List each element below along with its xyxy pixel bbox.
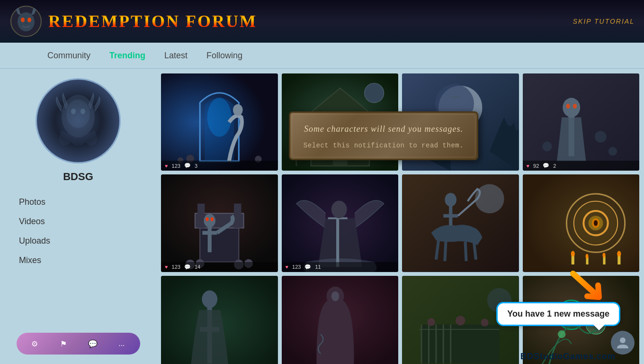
svg-point-29 — [542, 142, 552, 152]
svg-point-28 — [595, 131, 607, 143]
heart-icon-4: ♥ — [527, 163, 530, 169]
svg-point-67 — [331, 291, 339, 301]
header: Redemption Forum Skip Tutorial — [0, 0, 644, 43]
new-message-bubble[interactable]: You have 1 new message — [496, 302, 620, 326]
svg-point-30 — [608, 147, 617, 155]
svg-point-7 — [80, 109, 85, 114]
grid-item-7[interactable] — [402, 174, 519, 272]
svg-point-27 — [572, 104, 576, 109]
svg-point-71 — [456, 316, 465, 326]
tooltip-main-text: Some characters will send you messages. — [302, 122, 465, 136]
logo-area: Redemption Forum — [9, 5, 257, 38]
heart-icon-5: ♥ — [165, 264, 168, 270]
tooltip-sub-text: Select this notification to read them. — [302, 142, 465, 149]
heart-icon-1: ♥ — [165, 163, 168, 169]
svg-point-72 — [481, 318, 488, 326]
skip-tutorial-button[interactable]: Skip Tutorial — [573, 18, 635, 25]
svg-point-9 — [207, 98, 232, 136]
svg-point-6 — [71, 109, 76, 114]
svg-point-59 — [571, 251, 574, 257]
grid-item-8[interactable] — [523, 174, 640, 272]
gear-button[interactable]: ⚙ — [27, 337, 42, 351]
grid-item-1[interactable]: ♥ 123 💬 3 — [161, 73, 278, 171]
comment-icon-5: 💬 — [184, 264, 191, 270]
tooltip-box: Some characters will send you messages. … — [289, 111, 478, 160]
content-area: ♥ 123 💬 3 — [156, 69, 644, 364]
comment-icon-1: 💬 — [184, 163, 191, 169]
svg-point-25 — [563, 98, 580, 117]
heart-icon-6: ♥ — [286, 264, 289, 270]
svg-rect-35 — [234, 204, 241, 228]
grid-item-footer-4: ♥ 92 💬 2 — [523, 161, 640, 171]
logo-icon — [9, 5, 43, 38]
tooltip-overlay: Some characters will send you messages. … — [289, 111, 478, 160]
likes-count-1: 123 — [172, 163, 180, 169]
sidebar-mixes[interactable]: Mixes — [9, 251, 147, 270]
svg-point-44 — [331, 201, 347, 218]
avatar — [36, 78, 121, 164]
svg-point-79 — [620, 337, 626, 343]
svg-rect-45 — [402, 174, 519, 272]
grid-item-6[interactable]: ♥ 123 💬 11 — [282, 174, 399, 272]
sidebar-videos[interactable]: Videos — [9, 212, 147, 231]
comment-icon-6: 💬 — [304, 264, 311, 270]
sidebar-uploads[interactable]: Uploads — [9, 231, 147, 251]
svg-rect-34 — [197, 204, 205, 228]
likes-count-6: 123 — [292, 264, 301, 270]
grid-item-9[interactable] — [161, 276, 278, 364]
svg-point-20 — [364, 83, 384, 103]
svg-rect-69 — [421, 325, 499, 364]
flag-button[interactable]: ⚑ — [56, 337, 71, 351]
grid-item-5[interactable]: ♥ 123 💬 14 — [161, 174, 278, 272]
svg-point-26 — [566, 104, 570, 109]
grid-item-10[interactable] — [282, 276, 399, 364]
comment-icon-4: 💬 — [543, 163, 549, 169]
username-label: BDSG — [63, 171, 93, 183]
svg-point-3 — [27, 18, 31, 22]
svg-point-54 — [593, 220, 597, 226]
svg-point-10 — [233, 104, 243, 116]
svg-point-37 — [206, 218, 208, 221]
svg-point-60 — [585, 254, 588, 259]
svg-point-77 — [557, 330, 565, 338]
svg-point-64 — [202, 291, 217, 308]
svg-point-38 — [211, 218, 214, 221]
nav-trending[interactable]: Trending — [109, 48, 145, 63]
sidebar: BDSG Photos Videos Uploads Mixes ⚙ ⚑ 💬 .… — [0, 69, 156, 364]
main-content: BDSG Photos Videos Uploads Mixes ⚙ ⚑ 💬 .… — [0, 69, 644, 364]
svg-point-2 — [21, 18, 25, 22]
person-icon — [616, 336, 629, 349]
ghost-avatar-icon — [45, 88, 111, 154]
more-button[interactable]: ... — [115, 337, 129, 351]
comments-count-4: 2 — [553, 163, 556, 169]
new-message-area: You have 1 new message — [496, 269, 620, 326]
likes-count-5: 123 — [172, 264, 180, 270]
nav-latest[interactable]: Latest — [164, 48, 188, 63]
svg-point-36 — [204, 214, 215, 228]
sidebar-action-bar: ⚙ ⚑ 💬 ... — [17, 333, 140, 355]
comments-count-6: 11 — [315, 264, 321, 270]
nav-bar: Community Trending Latest Following — [0, 43, 644, 69]
likes-count-4: 92 — [533, 163, 539, 169]
comment-button[interactable]: 💬 — [86, 337, 100, 351]
grid-item-footer-5: ♥ 123 💬 14 — [161, 262, 278, 272]
comments-count-5: 14 — [195, 264, 200, 270]
logo-text: Redemption Forum — [48, 11, 257, 31]
svg-point-46 — [475, 184, 504, 214]
comments-count-1: 3 — [195, 163, 197, 169]
grid-item-footer-6: ♥ 123 💬 11 — [282, 262, 399, 272]
watermark: BDStudioGames.com — [520, 352, 616, 362]
grid-item-footer-1: ♥ 123 💬 3 — [161, 161, 278, 171]
svg-point-47 — [445, 193, 456, 207]
svg-point-5 — [66, 100, 90, 128]
nav-following[interactable]: Following — [206, 48, 242, 63]
orange-arrow-icon — [568, 269, 606, 307]
sidebar-photos[interactable]: Photos — [9, 192, 147, 212]
nav-community[interactable]: Community — [47, 48, 90, 63]
notification-icon[interactable] — [611, 331, 635, 355]
svg-point-62 — [617, 251, 621, 257]
grid-item-4[interactable]: ♥ 92 💬 2 — [523, 73, 640, 171]
svg-point-70 — [427, 318, 435, 326]
svg-point-61 — [602, 253, 605, 258]
svg-point-1 — [18, 12, 35, 31]
